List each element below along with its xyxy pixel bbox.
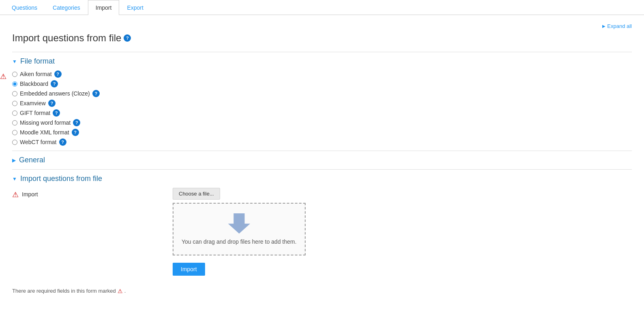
format-moodle-xml-radio[interactable] [12,130,17,135]
format-gift-radio[interactable] [12,111,17,116]
missing-word-help-icon[interactable]: ? [73,119,80,126]
file-format-body: ⚠ Aiken format ? Blackboard ? [12,66,632,146]
required-note: There are required fields in this form m… [12,287,632,294]
format-blackboard: Blackboard ? [12,80,100,87]
format-blackboard-radio[interactable] [12,81,17,87]
format-webct-label[interactable]: WebCT format [20,139,57,145]
format-webct-radio[interactable] [12,140,17,145]
format-blackboard-label[interactable]: Blackboard [20,81,48,87]
format-aiken: Aiken format ? [12,70,100,78]
tabs-bar: Questions Categories Import Export [0,0,644,15]
format-moodle-xml-label[interactable]: Moodle XML format [20,129,69,136]
drop-zone[interactable]: You can drag and drop files here to add … [173,203,306,255]
import-section-toggle[interactable] [12,176,17,182]
embedded-help-icon[interactable]: ? [92,90,100,97]
import-label: Import [22,191,38,198]
expand-all-row: Expand all [12,23,632,29]
format-embedded-label[interactable]: Embedded answers (Cloze) [20,90,90,97]
required-note-text: There are required fields in this form m… [12,288,116,294]
drop-zone-text: You can drag and drop files here to add … [182,238,297,245]
format-webct: WebCT format ? [12,138,100,146]
format-missing-word-radio[interactable] [12,120,17,125]
format-moodle-xml: Moodle XML format ? [12,129,100,136]
import-section-title: Import questions from file [20,174,102,183]
import-label-col: ⚠ Import [12,188,166,199]
svg-marker-0 [228,213,250,234]
aiken-help-icon[interactable]: ? [54,70,62,78]
format-examview: Examview ? [12,100,100,107]
import-controls: Choose a file... You can drag and drop f… [173,188,306,276]
moodle-xml-help-icon[interactable]: ? [72,129,79,136]
gift-help-icon[interactable]: ? [53,109,60,117]
import-section-header[interactable]: Import questions from file [12,174,632,183]
format-embedded-radio[interactable] [12,91,17,96]
format-examview-radio[interactable] [12,101,17,106]
drop-arrow-icon [227,213,251,234]
format-aiken-label[interactable]: Aiken format [20,71,52,77]
tab-import[interactable]: Import [88,0,120,15]
general-section-header[interactable]: General [12,156,632,164]
import-row: ⚠ Import Choose a file... You can drag a… [12,188,306,276]
import-error-icon: ⚠ [12,190,19,199]
import-section: Import questions from file ⚠ Import Choo… [12,169,632,281]
tab-categories[interactable]: Categories [45,0,88,15]
choose-file-button[interactable]: Choose a file... [173,188,220,200]
file-format-title: File format [20,57,55,66]
format-missing-word-label[interactable]: Missing word format [20,119,71,126]
format-missing-word: Missing word format ? [12,119,100,126]
general-section-toggle[interactable] [12,157,16,163]
file-format-section: File format ⚠ Aiken format ? Blackboard [12,52,632,151]
tab-questions[interactable]: Questions [4,0,45,15]
required-note-icon: ⚠ [118,288,123,294]
webct-help-icon[interactable]: ? [59,138,66,146]
format-gift: GIFT format ? [12,109,100,117]
file-format-toggle[interactable] [12,59,17,64]
format-gift-label[interactable]: GIFT format [20,110,50,116]
file-format-header[interactable]: File format [12,57,632,66]
blackboard-help-icon[interactable]: ? [51,80,58,87]
general-section: General [12,151,632,169]
page-help-icon[interactable]: ? [124,34,131,42]
import-section-body: ⚠ Import Choose a file... You can drag a… [12,183,632,276]
format-aiken-radio[interactable] [12,72,17,77]
import-button[interactable]: Import [173,263,205,276]
examview-help-icon[interactable]: ? [48,100,56,107]
general-section-title: General [19,156,45,164]
file-format-radio-list: Aiken format ? Blackboard ? Embedded ans… [12,70,100,146]
page-title: Import questions from file ? [12,32,632,44]
file-format-error-icon: ⚠ [0,72,6,81]
expand-all-button[interactable]: Expand all [602,23,632,29]
required-note-period: . [124,288,126,294]
tab-export[interactable]: Export [119,0,151,15]
format-embedded: Embedded answers (Cloze) ? [12,90,100,97]
format-examview-label[interactable]: Examview [20,100,46,106]
